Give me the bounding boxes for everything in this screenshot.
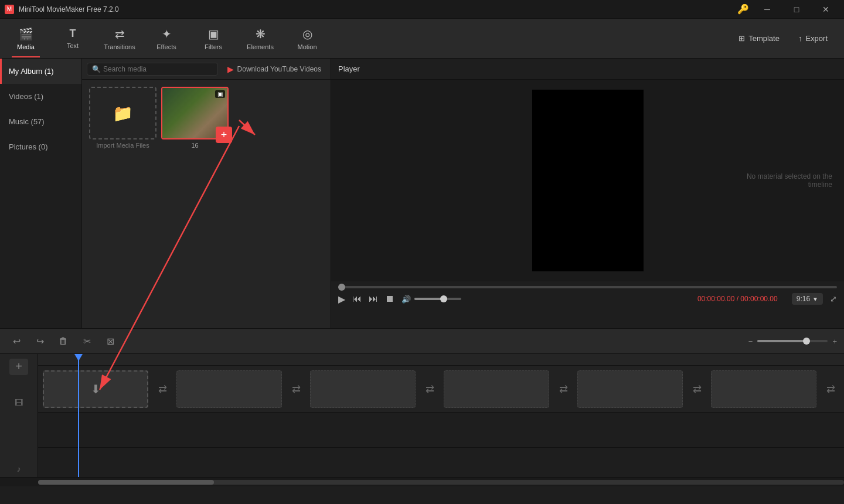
elements-icon: ❋ — [256, 27, 266, 41]
export-icon: ↑ — [798, 34, 802, 43]
video-clip-0[interactable]: ⬇ — [43, 370, 148, 408]
transitions-icon: ⇄ — [115, 27, 125, 41]
sidebar-item-videos[interactable]: Videos (1) — [0, 84, 81, 109]
volume-icon: 🔊 — [401, 295, 411, 304]
text-icon: T — [70, 28, 76, 40]
close-button[interactable]: ✕ — [812, 0, 839, 19]
minimize-button[interactable]: ─ — [754, 0, 781, 19]
video-clip-4[interactable] — [577, 370, 683, 408]
transition-5[interactable]: ⇄ — [819, 377, 842, 401]
play-button[interactable]: ▶ — [338, 294, 345, 305]
sidebar-item-pictures[interactable]: Pictures (0) — [0, 134, 81, 159]
app-title: MiniTool MovieMaker Free 7.2.0 — [19, 5, 737, 13]
toolbar-text[interactable]: T Text — [49, 20, 96, 57]
toolbar-media[interactable]: 🎬 Media — [2, 20, 49, 57]
search-input[interactable] — [103, 65, 213, 73]
crop-button[interactable]: ⊠ — [101, 332, 120, 350]
zoom-track[interactable] — [757, 340, 828, 342]
left-panel: My Album (1) Videos (1) Music (57) Pictu… — [0, 59, 331, 328]
toolbar: 🎬 Media T Text ⇄ Transitions ✦ Effects ▣… — [0, 19, 844, 59]
media-grid: 📁 Import Media Files ▣ + 16 — [82, 80, 331, 328]
toolbar-elements[interactable]: ❋ Elements — [237, 20, 284, 57]
transitions-label: Transitions — [104, 43, 135, 50]
controls-row: ▶ ⏮ ⏭ ⏹ 🔊 00:00:00.00 / 00:00:00.00 — [338, 293, 837, 305]
motion-icon: ◎ — [302, 27, 312, 41]
export-button[interactable]: ↑ Export — [791, 30, 835, 46]
transition-4[interactable]: ⇄ — [685, 377, 709, 401]
bottom-scrollbar[interactable] — [0, 477, 844, 486]
zoom-control: − + — [748, 337, 837, 346]
video-track-icon: 🎞 — [9, 394, 28, 411]
volume-track[interactable] — [414, 298, 461, 300]
scrollbar-thumb[interactable] — [38, 480, 214, 485]
split-button[interactable]: ✂ — [77, 332, 96, 350]
volume-control: 🔊 — [401, 295, 461, 304]
zoom-handle[interactable] — [803, 338, 810, 345]
audio-track — [38, 413, 844, 448]
timeline-tracks: ⬇ ⇄ ⇄ ⇄ ⇄ ⇄ ⇄ — [38, 366, 844, 448]
zoom-in-icon[interactable]: + — [832, 337, 837, 346]
video-clip-5[interactable] — [711, 370, 816, 408]
sidebar-nav: My Album (1) Videos (1) Music (57) Pictu… — [0, 59, 82, 328]
search-box[interactable]: 🔍 — [87, 63, 218, 76]
ratio-chevron-icon: ▼ — [812, 296, 818, 302]
video-clip-1[interactable] — [176, 370, 282, 408]
youtube-download-button[interactable]: ▶ Download YouTube Videos — [223, 63, 326, 76]
volume-fill — [414, 298, 443, 300]
maximize-button[interactable]: □ — [783, 0, 810, 19]
current-time: 00:00:00.00 — [697, 295, 734, 303]
sidebar-item-music[interactable]: Music (57) — [0, 109, 81, 134]
player-screen: No material selected on the timeline › — [331, 80, 844, 281]
transition-1[interactable]: ⇄ — [284, 377, 308, 401]
delete-button[interactable]: 🗑 — [54, 332, 73, 350]
title-bar: M MiniTool MovieMaker Free 7.2.0 🔑 ─ □ ✕ — [0, 0, 844, 19]
video-clip-2[interactable] — [310, 370, 416, 408]
redo-button[interactable]: ↪ — [30, 332, 49, 350]
stop-button[interactable]: ⏹ — [385, 294, 394, 304]
progress-bar[interactable] — [338, 286, 837, 288]
video-track: ⬇ ⇄ ⇄ ⇄ ⇄ ⇄ ⇄ — [38, 366, 844, 413]
skip-back-button[interactable]: ⏮ — [352, 294, 362, 304]
skip-forward-button[interactable]: ⏭ — [369, 294, 378, 304]
transition-0[interactable]: ⇄ — [151, 377, 174, 401]
effects-icon: ✦ — [162, 27, 172, 41]
player-area: Player No material selected on the timel… — [331, 59, 844, 328]
player-controls: ▶ ⏮ ⏭ ⏹ 🔊 00:00:00.00 / 00:00:00.00 — [331, 281, 844, 328]
import-media-tile[interactable]: 📁 — [89, 87, 156, 139]
transition-3[interactable]: ⇄ — [552, 377, 575, 401]
key-icon: 🔑 — [737, 4, 749, 15]
media-thumbnail[interactable]: ▣ + — [161, 87, 229, 139]
template-label: Template — [748, 34, 780, 43]
app-icon: M — [5, 5, 14, 14]
ratio-selector[interactable]: 9:16 ▼ — [792, 293, 823, 305]
no-material-text: No material selected on the timeline — [727, 172, 832, 189]
total-time: 00:00:00.00 — [740, 295, 777, 303]
toolbar-effects[interactable]: ✦ Effects — [143, 20, 190, 57]
transition-2[interactable]: ⇄ — [418, 377, 441, 401]
timeline-playhead[interactable] — [78, 354, 79, 477]
export-label: Export — [805, 34, 828, 43]
filters-icon: ▣ — [208, 27, 219, 41]
timeline-track-labels: + 🎞 ♪ — [0, 354, 38, 477]
undo-button[interactable]: ↩ — [7, 332, 26, 350]
add-to-timeline-button[interactable]: + — [216, 127, 232, 143]
progress-handle[interactable] — [338, 284, 345, 291]
add-track-button[interactable]: + — [9, 359, 28, 375]
volume-handle[interactable] — [440, 295, 447, 302]
effects-label: Effects — [156, 43, 176, 50]
toolbar-transitions[interactable]: ⇄ Transitions — [96, 20, 143, 57]
toolbar-motion[interactable]: ◎ Motion — [284, 20, 331, 57]
fullscreen-button[interactable]: ⤢ — [830, 294, 837, 304]
toolbar-filters[interactable]: ▣ Filters — [190, 20, 237, 57]
media-thumb-wrapper: ▣ + 16 — [161, 87, 229, 149]
ratio-value: 9:16 — [797, 295, 810, 303]
youtube-label: Download YouTube Videos — [237, 65, 321, 73]
zoom-out-icon[interactable]: − — [748, 337, 753, 346]
audio-track-icon: ♪ — [9, 461, 28, 477]
template-icon: ⊞ — [738, 34, 745, 43]
video-clip-3[interactable] — [444, 370, 549, 408]
scrollbar-track[interactable] — [38, 480, 844, 485]
template-button[interactable]: ⊞ Template — [731, 30, 787, 46]
timeline-ruler — [38, 354, 844, 366]
sidebar-item-my-album[interactable]: My Album (1) — [0, 59, 81, 84]
